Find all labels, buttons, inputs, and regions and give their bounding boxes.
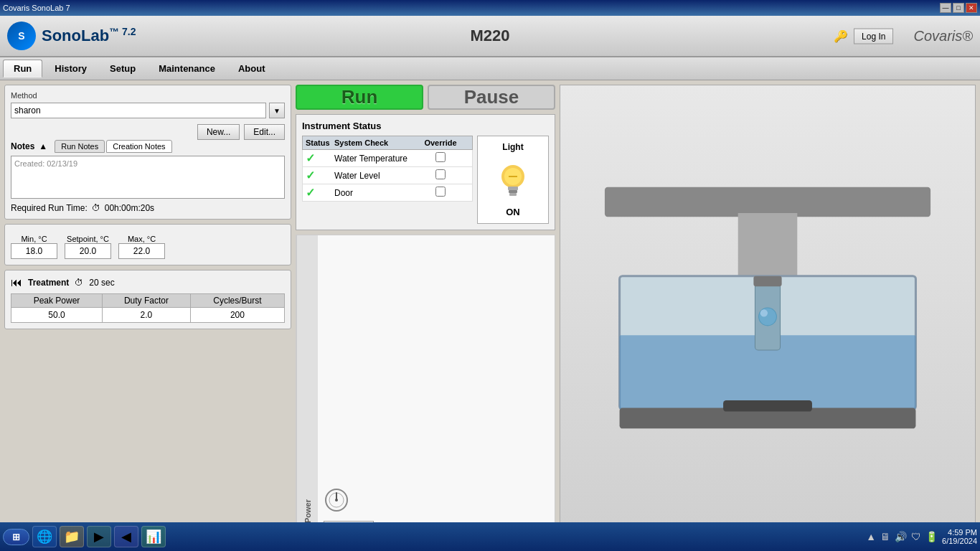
notes-label: Notes: [11, 141, 34, 151]
svg-rect-30: [723, 400, 812, 411]
check-door: ✓: [306, 186, 334, 199]
method-input[interactable]: [11, 103, 266, 118]
main-content: Method ▼ New... Edit... Notes ▲ Run Note…: [0, 80, 980, 531]
instrument-visualization: [560, 85, 976, 527]
system-check-water-temp: Water Temperature: [334, 154, 412, 164]
runtime-value: 00h:00m:20s: [105, 203, 154, 213]
new-button[interactable]: New...: [197, 124, 240, 140]
treatment-header: ⏮ Treatment ⏱ 20 sec: [11, 276, 285, 289]
override-door-cell: [412, 187, 469, 199]
taskbar-ie[interactable]: 🌐: [32, 526, 57, 547]
taskbar-right: ▲ 🖥 🔊 🛡 🔋 4:59 PM 6/19/2024: [866, 528, 977, 545]
runtime-label: Required Run Time:: [11, 203, 88, 213]
status-column-headers: Status System Check Override: [302, 136, 473, 150]
light-bulb-icon: [495, 156, 531, 204]
treatment-row: 50.0 2.0 200: [11, 308, 285, 323]
col-cycles-burst: Cycles/Burst: [190, 294, 284, 308]
col-header-override: Override: [412, 138, 469, 147]
minimize-button[interactable]: —: [940, 3, 951, 13]
pause-button[interactable]: Pause: [428, 85, 555, 110]
titlebar-text: Covaris SonoLab 7: [3, 4, 70, 12]
duty-factor-value: 2.0: [103, 308, 191, 323]
tab-setup[interactable]: Setup: [99, 60, 146, 77]
start-icon: ⊞: [12, 532, 20, 542]
svg-point-28: [760, 309, 768, 316]
svg-rect-19: [605, 187, 930, 217]
light-panel: Light O: [477, 136, 549, 224]
run-button[interactable]: Run: [296, 85, 423, 110]
notes-content[interactable]: Created: 02/13/19: [11, 156, 285, 199]
svg-rect-5: [509, 193, 517, 196]
notes-toggle-icon[interactable]: ▲: [39, 141, 47, 151]
run-pause-row: Run Pause: [296, 85, 555, 110]
temperature-row: Min, °C Setpoint, °C Max, °C: [11, 235, 285, 259]
temp-setpoint-input[interactable]: [65, 243, 111, 259]
power-label: Power: [303, 499, 312, 523]
col-duty-factor: Duty Factor: [103, 294, 191, 308]
method-dropdown-button[interactable]: ▼: [269, 103, 285, 118]
tab-maintenance[interactable]: Maintenance: [148, 60, 226, 77]
temp-min-label: Min, °C: [21, 235, 47, 243]
override-water-temp-cell: [412, 152, 469, 164]
app-title: SonoLab™ 7.2: [42, 26, 136, 45]
menubar: Run History Setup Maintenance About: [0, 57, 980, 80]
temp-setpoint-label: Setpoint, °C: [67, 235, 109, 243]
taskbar-clock: 4:59 PM 6/19/2024: [942, 528, 977, 545]
edit-button[interactable]: Edit...: [244, 124, 285, 140]
close-button[interactable]: ✕: [966, 3, 977, 13]
check-water-temp: ✓: [306, 151, 334, 165]
taskbar-time: 4:59 PM: [942, 528, 977, 537]
start-button[interactable]: ⊞: [3, 529, 29, 545]
check-water-level: ✓: [306, 169, 334, 182]
override-water-temp-checkbox[interactable]: [435, 152, 446, 162]
cycles-burst-value: 200: [190, 308, 284, 323]
override-water-level-cell: [412, 169, 469, 182]
treatment-section: ⏮ Treatment ⏱ 20 sec Peak Power Duty Fac…: [4, 270, 291, 329]
override-door-checkbox[interactable]: [435, 187, 446, 197]
center-panel: Run Pause Instrument Status Status Syste…: [296, 85, 555, 527]
method-actions: New... Edit...: [11, 124, 285, 140]
notes-header: Notes ▲ Run Notes Creation Notes: [11, 140, 285, 153]
light-status-text: ON: [506, 207, 520, 217]
taskbar-app3[interactable]: 📊: [141, 526, 166, 547]
taskbar-arrow-icon: ▲: [866, 531, 876, 542]
status-row-water-level: ✓ Water Level: [302, 167, 473, 184]
light-header: Light: [502, 142, 523, 152]
temp-min-input[interactable]: [11, 243, 57, 259]
notes-tabs: Run Notes Creation Notes: [55, 140, 171, 153]
status-row-door: ✓ Door: [302, 184, 473, 202]
titlebar-controls: — □ ✕: [940, 3, 977, 13]
charts-area: Power 0.000 W Temp: [296, 235, 555, 551]
login-button[interactable]: Log In: [854, 28, 893, 44]
treatment-duration: 20 sec: [89, 278, 114, 288]
taskbar-media[interactable]: ▶: [87, 526, 111, 547]
taskbar: ⊞ 🌐 📁 ▶ ◀ 📊 ▲ 🖥 🔊 🛡 🔋 4:59 PM 6/19/2024: [0, 522, 980, 551]
maximize-button[interactable]: □: [953, 3, 964, 13]
override-water-level-checkbox[interactable]: [435, 169, 446, 179]
tab-run[interactable]: Run: [3, 60, 42, 77]
temp-max-field: Max, °C: [118, 235, 165, 259]
power-chart: Power 0.000 W: [296, 235, 555, 551]
taskbar-app2[interactable]: ◀: [114, 526, 138, 547]
tab-history[interactable]: History: [44, 60, 98, 77]
tab-creation-notes[interactable]: Creation Notes: [106, 140, 171, 153]
power-chart-sidebar: Power: [296, 235, 318, 551]
notes-created-date: Created: 02/13/19: [14, 159, 281, 168]
power-speedometer-icon: [324, 487, 549, 518]
instrument-svg: [560, 85, 975, 526]
app-title-text: SonoLab: [42, 27, 109, 45]
temperature-panel: Min, °C Setpoint, °C Max, °C: [4, 224, 291, 265]
clock-icon: ⏱: [92, 203, 100, 213]
status-row-water-temp: ✓ Water Temperature: [302, 150, 473, 167]
taskbar-files[interactable]: 📁: [60, 526, 84, 547]
login-area: 🔑 Log In Covaris®: [834, 28, 973, 44]
tab-about[interactable]: About: [227, 60, 276, 77]
key-icon: 🔑: [834, 29, 848, 43]
instrument-name: M220: [470, 27, 509, 45]
right-panel: [560, 85, 976, 527]
temp-max-input[interactable]: [118, 243, 165, 259]
runtime-row: Required Run Time: ⏱ 00h:00m:20s: [11, 203, 285, 213]
status-table-area: Status System Check Override ✓ Water Tem…: [302, 136, 473, 202]
taskbar-battery-icon: 🔋: [925, 531, 938, 542]
tab-run-notes[interactable]: Run Notes: [55, 140, 105, 153]
